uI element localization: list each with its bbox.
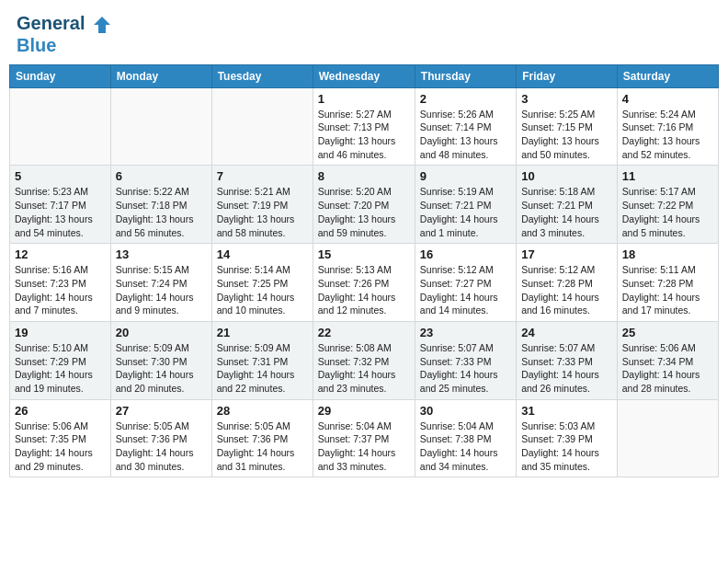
calendar-day-cell: 18Sunrise: 5:11 AM Sunset: 7:28 PM Dayli… xyxy=(617,244,718,322)
calendar-day-cell: 26Sunrise: 5:06 AM Sunset: 7:35 PM Dayli… xyxy=(10,399,111,477)
calendar-day-cell: 1Sunrise: 5:27 AM Sunset: 7:13 PM Daylig… xyxy=(313,87,415,166)
day-number: 3 xyxy=(521,92,612,106)
day-info: Sunrise: 5:15 AM Sunset: 7:24 PM Dayligh… xyxy=(116,263,207,317)
day-number: 8 xyxy=(318,169,410,183)
day-number: 16 xyxy=(420,247,511,261)
weekday-header-cell: Sunday xyxy=(10,64,111,87)
calendar-day-cell xyxy=(211,87,313,166)
calendar-day-cell: 31Sunrise: 5:03 AM Sunset: 7:39 PM Dayli… xyxy=(517,399,618,477)
day-number: 26 xyxy=(15,404,106,418)
logo-text: General xyxy=(17,13,112,35)
logo-icon xyxy=(92,15,112,35)
weekday-header-cell: Thursday xyxy=(415,64,516,87)
day-number: 14 xyxy=(217,247,308,261)
calendar-day-cell: 27Sunrise: 5:05 AM Sunset: 7:36 PM Dayli… xyxy=(110,399,211,477)
calendar-day-cell: 3Sunrise: 5:25 AM Sunset: 7:15 PM Daylig… xyxy=(517,87,618,166)
calendar-day-cell xyxy=(10,87,111,166)
day-number: 4 xyxy=(622,92,713,106)
day-number: 25 xyxy=(622,326,713,339)
day-info: Sunrise: 5:25 AM Sunset: 7:15 PM Dayligh… xyxy=(521,108,612,162)
day-number: 29 xyxy=(318,404,410,418)
calendar-week-row: 5Sunrise: 5:23 AM Sunset: 7:17 PM Daylig… xyxy=(10,166,719,244)
calendar-day-cell: 28Sunrise: 5:05 AM Sunset: 7:36 PM Dayli… xyxy=(211,399,313,477)
weekday-header-cell: Friday xyxy=(517,64,618,87)
day-info: Sunrise: 5:27 AM Sunset: 7:13 PM Dayligh… xyxy=(318,108,410,162)
day-number: 30 xyxy=(420,404,511,418)
calendar-day-cell: 7Sunrise: 5:21 AM Sunset: 7:19 PM Daylig… xyxy=(211,166,313,244)
day-number: 17 xyxy=(521,247,612,261)
calendar-day-cell: 10Sunrise: 5:18 AM Sunset: 7:21 PM Dayli… xyxy=(517,166,618,244)
day-number: 5 xyxy=(15,169,106,183)
day-info: Sunrise: 5:24 AM Sunset: 7:16 PM Dayligh… xyxy=(622,108,713,162)
day-info: Sunrise: 5:20 AM Sunset: 7:20 PM Dayligh… xyxy=(318,185,410,239)
calendar-day-cell: 14Sunrise: 5:14 AM Sunset: 7:25 PM Dayli… xyxy=(211,244,313,322)
day-info: Sunrise: 5:08 AM Sunset: 7:32 PM Dayligh… xyxy=(318,341,410,396)
day-info: Sunrise: 5:05 AM Sunset: 7:36 PM Dayligh… xyxy=(217,419,308,474)
weekday-header-cell: Tuesday xyxy=(211,64,313,87)
calendar-day-cell: 25Sunrise: 5:06 AM Sunset: 7:34 PM Dayli… xyxy=(617,321,718,399)
day-number: 6 xyxy=(116,169,207,183)
calendar-week-row: 19Sunrise: 5:10 AM Sunset: 7:29 PM Dayli… xyxy=(10,321,719,399)
calendar-day-cell: 19Sunrise: 5:10 AM Sunset: 7:29 PM Dayli… xyxy=(10,321,111,399)
day-info: Sunrise: 5:06 AM Sunset: 7:35 PM Dayligh… xyxy=(15,419,106,474)
day-number: 12 xyxy=(15,247,106,261)
day-info: Sunrise: 5:23 AM Sunset: 7:17 PM Dayligh… xyxy=(15,185,106,239)
day-info: Sunrise: 5:04 AM Sunset: 7:38 PM Dayligh… xyxy=(420,419,511,474)
day-number: 15 xyxy=(318,247,410,261)
logo: General Blue xyxy=(17,13,112,55)
calendar-day-cell: 21Sunrise: 5:09 AM Sunset: 7:31 PM Dayli… xyxy=(211,321,313,399)
day-info: Sunrise: 5:04 AM Sunset: 7:37 PM Dayligh… xyxy=(318,419,410,474)
calendar-day-cell: 11Sunrise: 5:17 AM Sunset: 7:22 PM Dayli… xyxy=(617,166,718,244)
day-info: Sunrise: 5:03 AM Sunset: 7:39 PM Dayligh… xyxy=(521,419,612,474)
page-header: General Blue xyxy=(9,9,719,59)
day-number: 11 xyxy=(622,169,713,183)
calendar-day-cell xyxy=(617,399,718,477)
day-number: 18 xyxy=(622,247,713,261)
day-info: Sunrise: 5:09 AM Sunset: 7:30 PM Dayligh… xyxy=(116,341,207,396)
calendar-day-cell: 22Sunrise: 5:08 AM Sunset: 7:32 PM Dayli… xyxy=(313,321,415,399)
weekday-header-cell: Saturday xyxy=(617,64,718,87)
day-number: 7 xyxy=(217,169,308,183)
day-info: Sunrise: 5:09 AM Sunset: 7:31 PM Dayligh… xyxy=(217,341,308,396)
calendar-day-cell: 17Sunrise: 5:12 AM Sunset: 7:28 PM Dayli… xyxy=(517,244,618,322)
calendar-day-cell: 12Sunrise: 5:16 AM Sunset: 7:23 PM Dayli… xyxy=(10,244,111,322)
weekday-header-cell: Wednesday xyxy=(313,64,415,87)
day-number: 10 xyxy=(521,169,612,183)
day-info: Sunrise: 5:22 AM Sunset: 7:18 PM Dayligh… xyxy=(116,185,207,239)
day-number: 13 xyxy=(116,247,207,261)
calendar-day-cell: 15Sunrise: 5:13 AM Sunset: 7:26 PM Dayli… xyxy=(313,244,415,322)
calendar-day-cell: 23Sunrise: 5:07 AM Sunset: 7:33 PM Dayli… xyxy=(415,321,516,399)
svg-marker-0 xyxy=(94,17,110,33)
weekday-header-row: SundayMondayTuesdayWednesdayThursdayFrid… xyxy=(10,64,719,87)
calendar-body: 1Sunrise: 5:27 AM Sunset: 7:13 PM Daylig… xyxy=(10,87,719,477)
day-number: 31 xyxy=(521,404,612,418)
day-info: Sunrise: 5:16 AM Sunset: 7:23 PM Dayligh… xyxy=(15,263,106,317)
day-number: 24 xyxy=(521,326,612,339)
day-info: Sunrise: 5:19 AM Sunset: 7:21 PM Dayligh… xyxy=(420,185,511,239)
day-info: Sunrise: 5:26 AM Sunset: 7:14 PM Dayligh… xyxy=(420,108,511,162)
day-number: 19 xyxy=(15,326,106,339)
day-number: 9 xyxy=(420,169,511,183)
day-number: 1 xyxy=(318,92,410,106)
day-number: 23 xyxy=(420,326,511,339)
calendar-day-cell: 2Sunrise: 5:26 AM Sunset: 7:14 PM Daylig… xyxy=(415,87,516,166)
day-number: 2 xyxy=(420,92,511,106)
day-number: 21 xyxy=(217,326,308,339)
day-number: 27 xyxy=(116,404,207,418)
calendar-day-cell: 13Sunrise: 5:15 AM Sunset: 7:24 PM Dayli… xyxy=(110,244,211,322)
calendar-day-cell: 4Sunrise: 5:24 AM Sunset: 7:16 PM Daylig… xyxy=(617,87,718,166)
day-number: 20 xyxy=(116,326,207,339)
calendar-day-cell: 30Sunrise: 5:04 AM Sunset: 7:38 PM Dayli… xyxy=(415,399,516,477)
day-info: Sunrise: 5:14 AM Sunset: 7:25 PM Dayligh… xyxy=(217,263,308,317)
day-info: Sunrise: 5:12 AM Sunset: 7:27 PM Dayligh… xyxy=(420,263,511,317)
day-info: Sunrise: 5:11 AM Sunset: 7:28 PM Dayligh… xyxy=(622,263,713,317)
calendar-table: SundayMondayTuesdayWednesdayThursdayFrid… xyxy=(9,64,719,478)
calendar-day-cell: 16Sunrise: 5:12 AM Sunset: 7:27 PM Dayli… xyxy=(415,244,516,322)
day-number: 22 xyxy=(318,326,410,339)
day-info: Sunrise: 5:13 AM Sunset: 7:26 PM Dayligh… xyxy=(318,263,410,317)
calendar-week-row: 1Sunrise: 5:27 AM Sunset: 7:13 PM Daylig… xyxy=(10,87,719,166)
calendar-week-row: 12Sunrise: 5:16 AM Sunset: 7:23 PM Dayli… xyxy=(10,244,719,322)
day-info: Sunrise: 5:07 AM Sunset: 7:33 PM Dayligh… xyxy=(420,341,511,396)
calendar-day-cell: 24Sunrise: 5:07 AM Sunset: 7:33 PM Dayli… xyxy=(517,321,618,399)
calendar-day-cell: 5Sunrise: 5:23 AM Sunset: 7:17 PM Daylig… xyxy=(10,166,111,244)
